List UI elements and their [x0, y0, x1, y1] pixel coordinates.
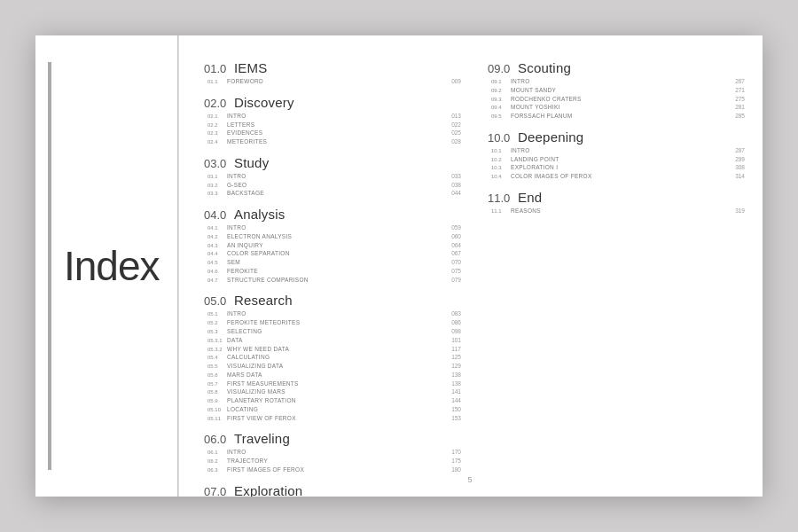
- entry-page: 281: [727, 104, 745, 112]
- entry-page: 153: [443, 415, 461, 423]
- entry-label: TRAJECTORY: [227, 458, 443, 466]
- entry-label: MOUNT YOSHIKI: [511, 104, 727, 112]
- entry-page: 308: [727, 164, 745, 172]
- section-number-04: 04.0: [204, 208, 231, 222]
- entry-number: 05.6: [207, 371, 227, 379]
- entry-label: FEROKITE: [227, 268, 443, 276]
- entry-row: 04.1INTRO059: [207, 223, 461, 232]
- section-header-01: 01.0IEMS: [204, 60, 461, 75]
- section-number-06: 06.0: [204, 433, 231, 446]
- index-title: Index: [53, 242, 160, 290]
- entry-row: 04.6FEROKITE075: [207, 267, 461, 276]
- entry-row: 04.4COLOR SEPARATION067: [207, 249, 461, 258]
- entry-row: 05.9PLANETARY ROTATION144: [207, 396, 461, 405]
- section-header-06: 06.0Traveling: [204, 431, 461, 446]
- section-title-09: Scouting: [518, 60, 571, 75]
- entry-label: PLANETARY ROTATION: [227, 397, 443, 405]
- section-05: 05.0Research05.1INTRO08305.2FEROKITE MET…: [204, 293, 461, 422]
- entry-label: EVIDENCES: [227, 129, 443, 137]
- entry-number: 04.7: [207, 276, 227, 284]
- section-title-10: Deepening: [518, 129, 583, 145]
- right-page: 01.0IEMS01.1FOREWORD00902.0Discovery02.1…: [177, 35, 763, 497]
- entry-number: 10.4: [491, 172, 511, 180]
- entry-label: EXPLORATION I: [511, 164, 727, 172]
- entry-page: 013: [443, 113, 461, 121]
- entry-page: 098: [443, 328, 461, 336]
- entry-page: 083: [443, 310, 461, 318]
- section-entries-02: 02.1INTRO01302.2LETTERS02202.3EVIDENCES0…: [204, 112, 461, 146]
- entry-number: 02.2: [207, 121, 227, 129]
- entry-number: 10.3: [491, 163, 511, 171]
- section-10: 10.0Deepening10.1INTRO28710.2LANDING POI…: [488, 129, 745, 181]
- entry-row: 05.11FIRST VIEW OF FEROX153: [207, 414, 461, 423]
- section-number-09: 09.0: [488, 62, 514, 75]
- entry-label: CALCULATING: [227, 354, 443, 362]
- entry-number: 05.7: [207, 379, 227, 387]
- entry-label: DATA: [227, 337, 443, 345]
- entry-number: 03.2: [207, 181, 227, 189]
- entry-number: 09.1: [491, 77, 511, 85]
- entry-row: 03.3BACKSTAGE044: [207, 189, 461, 198]
- entry-row: 05.4CALCULATING125: [207, 353, 461, 362]
- section-header-07: 07.0Exploration: [204, 483, 461, 497]
- entry-row: 05.10LOCATING150: [207, 405, 461, 414]
- toc-left-column: 01.0IEMS01.1FOREWORD00902.0Discovery02.1…: [204, 60, 461, 497]
- page-number: 5: [467, 475, 472, 484]
- entry-row: 03.1INTRO033: [207, 172, 461, 181]
- entry-page: 138: [443, 380, 461, 388]
- entry-number: 03.3: [207, 189, 227, 197]
- entry-page: 319: [727, 207, 745, 215]
- section-02: 02.0Discovery02.1INTRO01302.2LETTERS0220…: [204, 95, 461, 146]
- entry-row: 11.1REASONS319: [491, 207, 745, 215]
- entry-row: 05.8VISUALIZING MARS141: [207, 387, 461, 396]
- entry-label: INTRO: [227, 113, 443, 121]
- entry-page: 079: [443, 277, 461, 285]
- entry-page: 175: [443, 458, 461, 466]
- entry-page: 125: [443, 354, 461, 362]
- entry-page: 022: [443, 121, 461, 129]
- entry-page: 299: [727, 156, 745, 164]
- entry-page: 267: [727, 78, 745, 86]
- entry-row: 05.2FEROKITE METEORITES086: [207, 318, 461, 327]
- section-06: 06.0Traveling06.1INTRO17006.2TRAJECTORY1…: [204, 431, 461, 473]
- entry-number: 04.2: [207, 232, 227, 240]
- entry-number: 03.1: [207, 172, 227, 180]
- section-title-11: End: [518, 190, 542, 205]
- entry-row: 02.2LETTERS022: [207, 121, 461, 129]
- entry-page: 070: [443, 259, 461, 267]
- entry-number: 05.5: [207, 362, 227, 370]
- entry-row: 05.7FIRST MEASUREMENTS138: [207, 379, 461, 388]
- entry-label: LETTERS: [227, 121, 443, 129]
- entry-number: 05.3.1: [207, 336, 227, 344]
- entry-number: 05.11: [207, 414, 227, 422]
- entry-label: WHY WE NEED DATA: [227, 346, 443, 354]
- entry-row: 05.5VISUALIZING DATA129: [207, 362, 461, 371]
- entry-label: SELECTING: [227, 328, 443, 336]
- entry-label: G-SEO: [227, 182, 443, 190]
- entry-label: SEM: [227, 259, 443, 267]
- entry-number: 05.4: [207, 353, 227, 361]
- entry-label: COLOR IMAGES OF FEROX: [511, 173, 727, 181]
- entry-row: 02.1INTRO013: [207, 112, 461, 121]
- entry-row: 05.6MARS DATA138: [207, 371, 461, 379]
- entry-label: COLOR SEPARATION: [227, 250, 443, 258]
- entry-label: RODCHENKO CRATERS: [511, 96, 727, 104]
- entry-number: 05.9: [207, 396, 227, 404]
- section-title-01: IEMS: [234, 60, 267, 75]
- entry-number: 04.5: [207, 258, 227, 266]
- entry-number: 05.10: [207, 405, 227, 413]
- entry-label: INTRO: [511, 147, 727, 155]
- entry-page: 038: [443, 182, 461, 190]
- entry-number: 05.3.2: [207, 345, 227, 353]
- entry-label: INTRO: [511, 78, 727, 86]
- section-title-06: Traveling: [234, 431, 290, 446]
- section-entries-10: 10.1INTRO28710.2LANDING POINT29910.3EXPL…: [488, 146, 745, 181]
- entry-page: 287: [727, 147, 745, 155]
- section-entries-05: 05.1INTRO08305.2FEROKITE METEORITES08605…: [204, 309, 461, 422]
- section-entries-09: 09.1INTRO26709.2MOUNT SANDY27109.3RODCHE…: [488, 77, 745, 121]
- section-number-01: 01.0: [204, 62, 231, 75]
- entry-page: 170: [443, 449, 461, 457]
- toc-right-column: 09.0Scouting09.1INTRO26709.2MOUNT SANDY2…: [488, 60, 745, 497]
- entry-number: 06.2: [207, 457, 227, 465]
- entry-number: 04.1: [207, 223, 227, 231]
